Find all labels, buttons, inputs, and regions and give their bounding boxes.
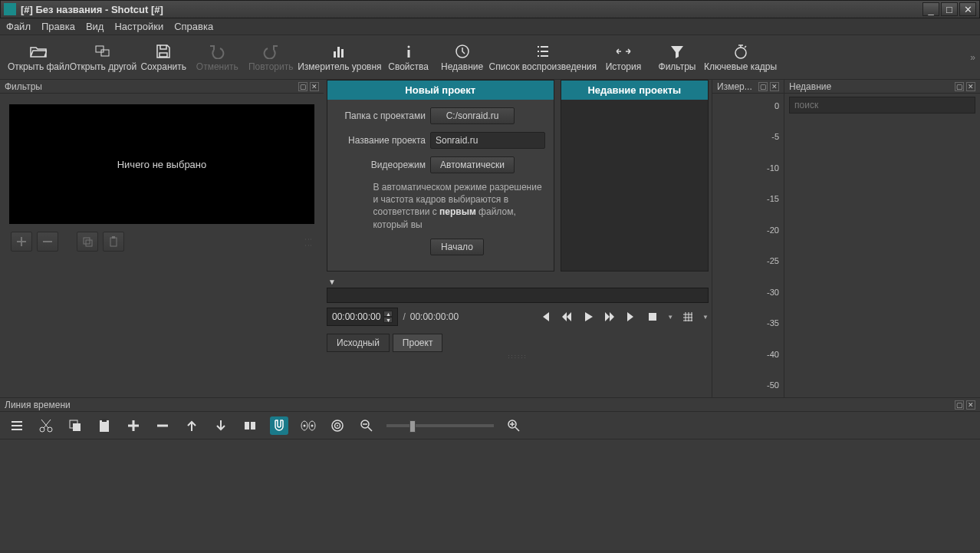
zoom-in-button[interactable] [505, 416, 523, 435]
svg-rect-17 [73, 423, 81, 431]
start-button[interactable]: Начало [430, 239, 484, 255]
cut-button[interactable] [37, 416, 55, 435]
recent-projects-box: Недавние проекты [561, 80, 709, 272]
timeline-float-button[interactable]: ▢ [955, 400, 964, 410]
save-button[interactable]: Сохранить [136, 36, 190, 79]
timeline-title: Линия времени [5, 400, 71, 410]
remove-button[interactable] [153, 416, 172, 435]
paste-button[interactable] [95, 416, 113, 435]
meter-float-button[interactable]: ▢ [758, 82, 768, 91]
tab-source[interactable]: Исходный [327, 334, 390, 352]
add-filter-button[interactable] [11, 232, 32, 252]
grid-button[interactable] [681, 310, 695, 324]
svg-rect-10 [86, 240, 92, 246]
copy-filter-button[interactable] [77, 232, 98, 252]
tc-down[interactable]: ▼ [383, 317, 393, 323]
meter-tick: -30 [767, 288, 779, 297]
project-folder-button[interactable]: C:/sonraid.ru [430, 107, 515, 124]
menu-view[interactable]: Вид [86, 21, 104, 32]
minimize-button[interactable]: _ [922, 2, 939, 16]
svg-point-25 [311, 424, 314, 426]
remove-filter-button[interactable] [37, 232, 58, 252]
new-project-title: Новый проект [327, 81, 554, 100]
video-mode-help: В автоматическом режиме разрешение и час… [370, 181, 547, 231]
svg-rect-3 [337, 47, 340, 58]
menu-file[interactable]: Файл [6, 21, 31, 32]
zoom-out-button[interactable] [357, 416, 376, 435]
svg-point-8 [735, 48, 746, 58]
meter-tick: -15 [767, 194, 779, 203]
skip-end-button[interactable] [624, 310, 638, 324]
overwrite-button[interactable] [212, 416, 230, 435]
zoom-slider[interactable] [386, 424, 494, 427]
recent-panel: Недавние ▢ ✕ [784, 80, 980, 397]
play-button[interactable] [581, 310, 595, 324]
tc-up[interactable]: ▲ [383, 311, 393, 317]
keyframes-button[interactable]: Ключевые кадры [704, 36, 777, 79]
recent-search-input[interactable] [789, 97, 975, 114]
meter-close-button[interactable]: ✕ [770, 82, 779, 91]
lift-button[interactable] [183, 416, 201, 435]
menu-help[interactable]: Справка [174, 21, 213, 32]
recent-float-button[interactable]: ▢ [955, 82, 964, 91]
append-button[interactable] [124, 416, 143, 435]
recent-close-button[interactable]: ✕ [966, 82, 975, 91]
skip-start-button[interactable] [538, 310, 552, 324]
paste-filter-button[interactable] [103, 232, 124, 252]
peak-meter-button[interactable]: Измеритель уровня [298, 36, 381, 79]
funnel-icon [669, 43, 686, 60]
window-title: [#] Без названия - Shotcut [#] [21, 4, 921, 15]
dropdown1-icon[interactable]: ▼ [667, 314, 673, 321]
maximize-button[interactable]: □ [941, 2, 958, 16]
timecode-total: 00:00:00:00 [410, 311, 459, 322]
dropdown2-icon[interactable]: ▼ [702, 314, 709, 321]
peak-meter-title: Измер... [717, 81, 752, 92]
timecode-current[interactable]: 00:00:00:00 ▲▼ [327, 308, 398, 326]
toolbar-overflow-icon[interactable]: » [970, 52, 975, 63]
history-button[interactable]: История [597, 36, 650, 79]
timeline-toolbar [0, 412, 980, 439]
close-button[interactable]: ✕ [959, 2, 976, 16]
menubar: Файл Правка Вид Настройки Справка [0, 18, 980, 35]
player-tabs: Исходный Проект [327, 334, 709, 352]
undo-icon [209, 43, 225, 60]
rewind-button[interactable] [560, 310, 574, 324]
tab-project[interactable]: Проект [393, 334, 443, 352]
recent-projects-list [561, 100, 708, 271]
timeline-menu-button[interactable] [8, 416, 26, 435]
undo-button[interactable]: Отменить [190, 36, 244, 79]
fast-forward-button[interactable] [603, 310, 617, 324]
ripple-button[interactable] [328, 416, 347, 435]
copy-button[interactable] [66, 416, 84, 435]
video-mode-button[interactable]: Автоматически [430, 156, 515, 173]
meter-tick: -40 [767, 350, 779, 359]
menu-settings[interactable]: Настройки [114, 21, 163, 32]
menu-edit[interactable]: Правка [41, 21, 75, 32]
snap-button[interactable] [270, 416, 288, 435]
recent-button[interactable]: Недавние [436, 36, 489, 79]
filters-float-button[interactable]: ▢ [298, 82, 307, 91]
playlist-button[interactable]: Список воспроизведения [489, 36, 597, 79]
filters-close-button[interactable]: ✕ [310, 82, 319, 91]
properties-button[interactable]: Свойства [382, 36, 436, 79]
open-other-button[interactable]: Открыть другой [70, 36, 137, 79]
project-name-input[interactable] [430, 132, 545, 149]
split-button[interactable] [241, 416, 259, 435]
seek-marker-icon: ▼ [328, 278, 709, 286]
video-mode-label: Видеорежим [334, 160, 426, 170]
zoom-fit-button[interactable] [646, 310, 659, 324]
panel-drag-handle[interactable]: ⋮⋮ [308, 235, 313, 248]
list-icon [534, 43, 551, 60]
filters-button[interactable]: Фильтры [650, 36, 704, 79]
scrub-audio-button[interactable] [299, 416, 317, 435]
meter-tick: -5 [771, 132, 779, 141]
history-icon [615, 43, 632, 60]
redo-button[interactable]: Повторить [244, 36, 298, 79]
splitter-handle[interactable]: :::::: [327, 352, 709, 360]
open-file-button[interactable]: Открыть файл [8, 36, 70, 79]
timeline-tracks[interactable] [0, 439, 980, 547]
svg-rect-20 [245, 422, 249, 430]
timeline-close-button[interactable]: ✕ [966, 400, 975, 410]
seek-bar[interactable] [327, 288, 709, 303]
new-project-box: Новый проект Папка с проектами C:/sonrai… [327, 80, 554, 272]
